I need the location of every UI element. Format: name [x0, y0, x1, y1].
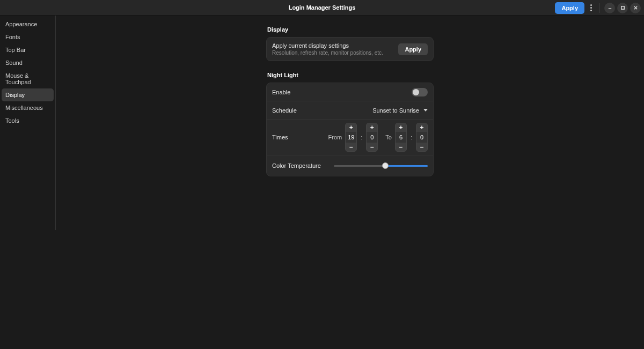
times-row: Times From + 19 – : + 0: [267, 120, 433, 155]
times-label: Times: [272, 134, 288, 140]
to-hour-spin[interactable]: + 6 –: [395, 123, 407, 152]
color-temp-row: Color Temperature: [267, 155, 433, 176]
from-hour-minus[interactable]: –: [346, 143, 356, 151]
switch-knob: [413, 89, 419, 95]
to-colon: :: [410, 134, 413, 140]
from-group: From + 19 – : + 0 –: [328, 123, 378, 152]
sidebar-item-fonts[interactable]: Fonts: [2, 31, 54, 43]
apply-button[interactable]: Apply: [555, 2, 584, 14]
to-hour-plus[interactable]: +: [396, 123, 406, 132]
schedule-row: Schedule Sunset to Sunrise: [267, 101, 433, 120]
from-hour-plus[interactable]: +: [346, 123, 356, 132]
apply-display-button[interactable]: Apply: [398, 43, 428, 55]
from-min-value: 0: [367, 132, 377, 143]
from-min-spin[interactable]: + 0 –: [366, 123, 378, 152]
sidebar-item-tools[interactable]: Tools: [2, 114, 54, 127]
sidebar-item-miscellaneous[interactable]: Miscellaneous: [2, 101, 54, 114]
apply-display-title: Apply current display settings: [272, 42, 383, 49]
from-min-plus[interactable]: +: [367, 123, 377, 132]
schedule-label: Schedule: [272, 107, 297, 114]
schedule-dropdown[interactable]: Sunset to Sunrise: [372, 107, 428, 114]
titlebar-controls: Apply: [555, 0, 641, 16]
sidebar-item-appearance[interactable]: Appearance: [2, 18, 54, 31]
window-title: Login Manager Settings: [289, 4, 356, 11]
slider-thumb[interactable]: [382, 162, 389, 169]
from-hour-spin[interactable]: + 19 –: [345, 123, 357, 152]
sidebar-item-sound[interactable]: Sound: [2, 56, 54, 69]
apply-display-text: Apply current display settings Resolutio…: [272, 42, 383, 56]
from-min-minus[interactable]: –: [367, 143, 377, 151]
apply-display-subtitle: Resolution, refresh rate, monitor positi…: [272, 49, 383, 56]
enable-label: Enable: [272, 88, 290, 96]
slider-fill: [385, 165, 428, 167]
from-hour-value: 19: [346, 132, 356, 143]
sidebar-item-mouse-touchpad[interactable]: Mouse & Touchpad: [2, 69, 54, 88]
to-hour-value: 6: [396, 132, 406, 143]
to-min-plus[interactable]: +: [416, 123, 427, 132]
apply-display-row: Apply current display settings Resolutio…: [267, 38, 433, 61]
display-card: Apply current display settings Resolutio…: [266, 37, 434, 61]
minimize-button[interactable]: [604, 3, 615, 13]
color-temp-label: Color Temperature: [272, 162, 321, 169]
svg-rect-0: [621, 6, 624, 9]
to-hour-minus[interactable]: –: [396, 143, 406, 151]
kebab-menu-icon[interactable]: [587, 2, 595, 14]
sidebar: Appearance Fonts Top Bar Sound Mouse & T…: [0, 16, 56, 230]
to-label: To: [385, 134, 392, 140]
section-title-night-light: Night Light: [267, 72, 434, 78]
body: Appearance Fonts Top Bar Sound Mouse & T…: [0, 16, 644, 349]
titlebar: Login Manager Settings Apply: [0, 0, 644, 16]
from-label: From: [328, 134, 342, 140]
to-min-value: 0: [416, 132, 427, 143]
maximize-button[interactable]: [617, 3, 628, 13]
close-button[interactable]: [630, 3, 641, 13]
enable-row: Enable: [267, 83, 433, 101]
content-area: Display Apply current display settings R…: [56, 16, 644, 349]
night-light-card: Enable Schedule Sunset to Sunrise Times …: [266, 83, 434, 176]
to-min-spin[interactable]: + 0 –: [416, 123, 428, 152]
from-colon: :: [360, 134, 363, 140]
to-group: To + 6 – : + 0 –: [385, 123, 428, 152]
color-temp-slider[interactable]: [334, 161, 428, 170]
schedule-value: Sunset to Sunrise: [372, 107, 419, 114]
sidebar-item-display[interactable]: Display: [2, 88, 54, 101]
section-title-display: Display: [267, 26, 434, 33]
separator: [599, 3, 600, 13]
chevron-down-icon: [423, 109, 428, 112]
enable-switch[interactable]: [412, 88, 428, 96]
to-min-minus[interactable]: –: [416, 143, 427, 151]
sidebar-item-top-bar[interactable]: Top Bar: [2, 43, 54, 56]
